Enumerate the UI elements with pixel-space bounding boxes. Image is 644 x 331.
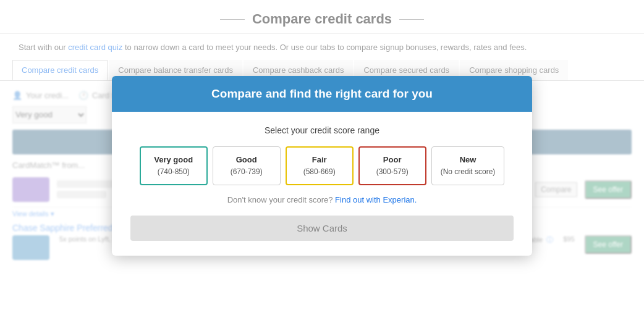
score-range-new: (No credit score) [441,167,496,176]
score-label-fair: Fair [295,154,344,166]
modal-title: Compare and find the right card for you [211,87,433,100]
find-score-section: Don't know your credit score? Find out w… [130,195,514,204]
score-range-fair: (580-669) [303,167,336,176]
find-score-link[interactable]: Find out with Experian. [335,195,417,204]
score-label-poor: Poor [368,154,417,166]
modal-header: Compare and find the right card for you [112,76,532,112]
modal-subtitle: Select your credit score range [130,125,514,135]
score-btn-new[interactable]: New (No credit score) [431,146,505,185]
show-cards-button[interactable]: Show Cards [130,216,514,241]
modal-body: Select your credit score range Very good… [112,112,532,256]
score-label-good: Good [222,154,271,166]
find-score-pretext: Don't know your credit score? [227,195,335,204]
score-range-good: (670-739) [231,167,263,176]
score-btn-good[interactable]: Good (670-739) [213,146,281,185]
score-range-very-good: (740-850) [158,167,190,176]
score-range-poor: (300-579) [376,167,409,176]
modal-dialog: Compare and find the right card for you … [112,76,532,256]
score-label-very-good: Very good [150,154,198,166]
score-btn-fair[interactable]: Fair (580-669) [286,146,354,185]
score-btn-poor[interactable]: Poor (300-579) [358,146,426,185]
page-wrapper: Compare credit cards Start with our cred… [0,0,644,331]
modal-overlay: Compare and find the right card for you … [0,0,644,331]
score-btn-very-good[interactable]: Very good (740-850) [140,146,208,185]
credit-score-options: Very good (740-850) Good (670-739) Fair … [130,146,514,185]
score-label-new: New [441,154,496,166]
